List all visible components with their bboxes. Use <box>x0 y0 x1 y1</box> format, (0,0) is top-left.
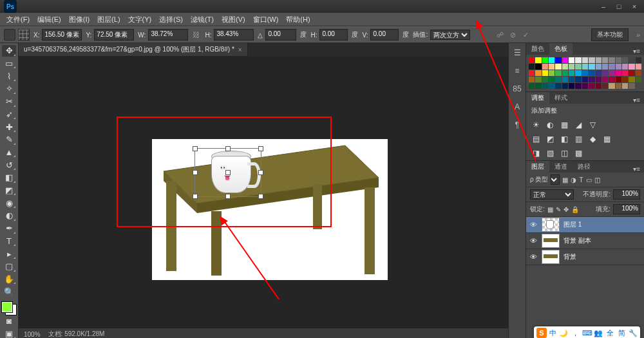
swatch-cell[interactable] <box>569 77 574 82</box>
expand-panels-icon[interactable]: » <box>636 31 640 39</box>
swatch-cell[interactable] <box>529 64 535 70</box>
layer-row-3[interactable]: 👁 背景 <box>526 249 644 265</box>
adj-lookup-icon[interactable]: ▦ <box>602 135 611 144</box>
ime-keyboard-icon[interactable]: ⌨ <box>582 329 591 337</box>
lock-position-icon[interactable]: ✎ <box>556 206 561 213</box>
swatch-cell[interactable] <box>596 83 601 89</box>
swatch-cell[interactable] <box>555 64 561 70</box>
tab-layers[interactable]: 图层 <box>526 161 549 173</box>
swatch-cell[interactable] <box>569 70 574 76</box>
adjust-panel-menu-icon[interactable]: ▾≡ <box>629 97 644 104</box>
swatch-cell[interactable] <box>562 70 568 76</box>
move-tool[interactable]: ✥ <box>2 45 16 57</box>
swatch-cell[interactable] <box>555 57 561 63</box>
swatch-cell[interactable] <box>555 83 561 89</box>
crop-tool[interactable]: ✂ <box>2 96 16 108</box>
swatch-cell[interactable] <box>549 70 554 76</box>
healing-tool[interactable]: ✚ <box>2 121 16 133</box>
blend-mode-select[interactable]: 正常 <box>530 189 574 200</box>
layer-thumb[interactable] <box>542 218 560 232</box>
path-select-tool[interactable]: ▸ <box>2 248 16 259</box>
lock-move-icon[interactable]: ✥ <box>564 206 569 213</box>
dodge-tool[interactable]: ◐ <box>2 210 16 221</box>
menu-edit[interactable]: 编辑(E) <box>33 14 65 26</box>
screenmode-toggle[interactable]: ▣ <box>2 328 16 338</box>
swatch-cell[interactable] <box>616 83 621 89</box>
character-panel-icon[interactable]: 85 <box>511 83 523 95</box>
hskew-field[interactable]: 0.00 <box>319 29 348 41</box>
swatch-cell[interactable] <box>616 57 621 63</box>
swatch-cell[interactable] <box>549 77 554 82</box>
y-field[interactable]: 72.50 像素 <box>94 29 134 41</box>
swatch-cell[interactable] <box>622 83 628 89</box>
window-maximize-button[interactable]: □ <box>613 2 625 11</box>
layer-thumb[interactable] <box>542 234 560 248</box>
adj-levels-icon[interactable]: ◐ <box>545 120 554 129</box>
swatch-cell[interactable] <box>562 77 568 82</box>
layer-name[interactable]: 图层 1 <box>564 220 582 229</box>
tab-swatches[interactable]: 色板 <box>549 43 573 55</box>
swatch-cell[interactable] <box>562 64 568 70</box>
rotate-field[interactable]: 0.00 <box>265 29 296 41</box>
swatch-cell[interactable] <box>582 57 588 63</box>
swatch-cell[interactable] <box>529 70 535 76</box>
swatch-cell[interactable] <box>535 77 541 82</box>
swatch-cell[interactable] <box>602 57 608 63</box>
window-close-button[interactable]: × <box>629 2 640 11</box>
swatch-cell[interactable] <box>542 64 548 70</box>
adj-threshold-icon[interactable]: ◫ <box>560 149 569 158</box>
cancel-transform-icon[interactable]: ⊘ <box>507 30 518 40</box>
blur-tool[interactable]: ◉ <box>2 197 16 209</box>
type-tool[interactable]: T <box>2 236 16 247</box>
document-tab[interactable]: u=3457063756,249583377&fm=27&gp=0.jpg @ … <box>19 43 248 57</box>
swatch-cell[interactable] <box>629 57 634 63</box>
lock-pixels-icon[interactable]: ▦ <box>547 206 553 213</box>
swatch-cell[interactable] <box>575 70 581 76</box>
ime-toolbar[interactable]: S 中 🌙 ， ⌨ 👥 全 简 🔧 <box>534 326 640 338</box>
menu-filter[interactable]: 滤镜(T) <box>187 14 218 26</box>
swatch-cell[interactable] <box>542 70 548 76</box>
swatch-cell[interactable] <box>616 70 621 76</box>
actions-panel-icon[interactable]: ≡ <box>511 65 523 77</box>
layer-thumb[interactable] <box>542 250 560 264</box>
gradient-tool[interactable]: ◩ <box>2 185 16 196</box>
adj-gradmap-icon[interactable]: ▩ <box>574 149 583 158</box>
adj-brightness-icon[interactable]: ☀ <box>531 120 540 129</box>
layer-name[interactable]: 背景 <box>564 252 576 261</box>
swatch-cell[interactable] <box>575 64 581 70</box>
swatch-cell[interactable] <box>602 77 608 82</box>
swatch-cell[interactable] <box>582 64 588 70</box>
swatch-cell[interactable] <box>609 64 614 70</box>
ime-punct-icon[interactable]: ， <box>571 328 580 338</box>
swatch-cell[interactable] <box>622 64 628 70</box>
workspace-switcher[interactable]: 基本功能 <box>591 28 629 41</box>
swatch-cell[interactable] <box>555 70 561 76</box>
filter-pixel-icon[interactable]: ▦ <box>562 176 568 183</box>
ime-full-icon[interactable]: 全 <box>605 328 614 338</box>
swatch-cell[interactable] <box>589 64 594 70</box>
menu-view[interactable]: 视图(V) <box>218 14 249 26</box>
filter-shape-icon[interactable]: ▭ <box>586 176 592 183</box>
swatch-cell[interactable] <box>575 77 581 82</box>
window-minimize-button[interactable]: – <box>598 2 609 11</box>
swatch-cell[interactable] <box>569 64 574 70</box>
swatch-cell[interactable] <box>616 64 621 70</box>
h-field[interactable]: 38.43% <box>214 29 254 41</box>
adj-bw-icon[interactable]: ◧ <box>560 135 569 144</box>
commit-transform-icon[interactable]: ✓ <box>520 30 531 40</box>
swatch-cell[interactable] <box>596 70 601 76</box>
swatch-cell[interactable] <box>589 77 594 82</box>
pen-tool[interactable]: ✒ <box>2 223 16 234</box>
menu-help[interactable]: 帮助(H) <box>282 14 314 26</box>
swatch-cell[interactable] <box>549 83 554 89</box>
swatch-cell[interactable] <box>589 70 594 76</box>
swatch-cell[interactable] <box>636 64 641 70</box>
stamp-tool[interactable]: ▲ <box>2 147 16 158</box>
swatch-cell[interactable] <box>629 83 634 89</box>
adj-colorbal-icon[interactable]: ◩ <box>545 135 554 144</box>
w-field[interactable]: 38.72% <box>148 29 188 41</box>
canvas-area[interactable]: 👀 👅 <box>19 57 508 328</box>
swatch-cell[interactable] <box>549 64 554 70</box>
filter-type-icon[interactable]: T <box>579 176 583 183</box>
menu-file[interactable]: 文件(F) <box>3 14 33 26</box>
